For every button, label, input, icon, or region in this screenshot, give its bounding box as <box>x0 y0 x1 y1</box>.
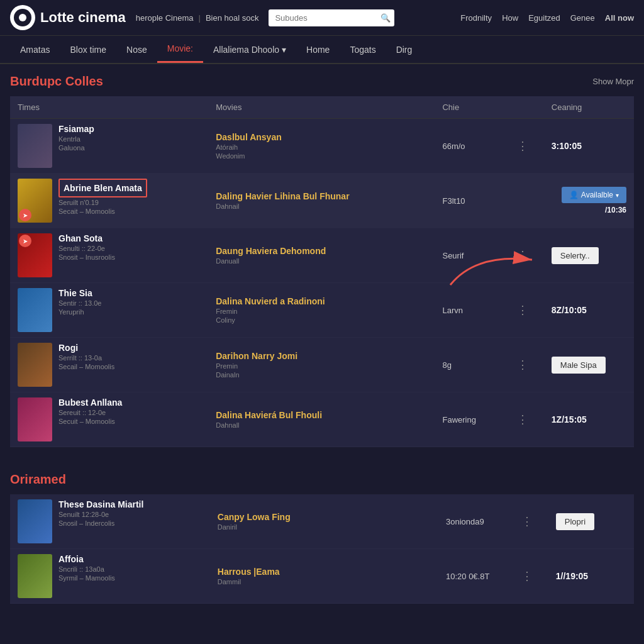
table-row: These Dasina Miartil Senuilt 12:28-0e Sn… <box>10 494 634 549</box>
col-header-dots <box>506 96 544 119</box>
dropdown-arrow-icon: ▾ <box>616 192 619 199</box>
movie-info: Abrine Blen Amata Seruilt n'0.19 Secait … <box>58 179 147 215</box>
section1-title: Burdupc Colles <box>10 74 103 89</box>
bien-hoal-link[interactable]: Bien hoal sock <box>206 13 259 23</box>
arrow-indicator: ➤ <box>19 209 31 221</box>
nav-item-movie[interactable]: Movie: <box>157 36 203 63</box>
section-burdupc: Burdupc Colles Show Mopr Times Movies Ch… <box>0 64 644 457</box>
times-cell: Thie Sia Sentir :: 13.0e Yeruprih <box>18 288 201 332</box>
times-cell: Rogi Serrilt :: 13-0a Secail – Momoolis <box>18 343 201 387</box>
male-sipa-button[interactable]: Male Sipa <box>552 357 606 374</box>
show-more-btn[interactable]: Show Mopr <box>592 77 634 86</box>
header-center: herople Cinema | Bien hoal sock <box>136 13 259 23</box>
header: Lotte cinema herople Cinema | Bien hoal … <box>0 0 644 36</box>
times-cell: Fsiamap Kentrla Galuona <box>18 124 201 168</box>
plopri-button[interactable]: Plopri <box>556 513 594 530</box>
main-content: Burdupc Colles Show Mopr Times Movies Ch… <box>0 64 644 614</box>
logo-icon-inner <box>14 9 31 26</box>
header-search: 🔍 <box>269 9 394 26</box>
movie-info: Rogi Serrilt :: 13-0a Secail – Momoolis <box>58 343 114 370</box>
search-button[interactable]: 🔍 <box>380 13 391 23</box>
section1-header: Burdupc Colles Show Mopr <box>10 74 634 89</box>
available-button[interactable]: 👤 Availalble ▾ <box>562 187 626 203</box>
row-dots-button[interactable]: ⋮ <box>513 411 532 428</box>
movie-info: Bubest Anllana Sereuit :: 12-0e Secuit –… <box>58 397 122 425</box>
movie-title-cell: Daung Haviera Dehomond Danuall <box>216 246 427 265</box>
all-now-link[interactable]: All now <box>605 13 634 23</box>
nav-item-dirg[interactable]: Dirg <box>386 37 423 62</box>
movie-thumbnail <box>18 499 52 543</box>
movie-title-cell: Daslbul Ansyan Atóraih Wedonim <box>216 132 427 160</box>
movie-info: Fsiamap Kentrla Galuona <box>58 124 94 152</box>
col-header-chie: Chie <box>435 96 506 119</box>
logo: Lotte cinema <box>10 5 126 30</box>
hero-link[interactable]: herople Cinema <box>136 13 194 23</box>
movie-thumbnail <box>18 124 52 168</box>
section2-title: Oriramed <box>10 472 634 487</box>
nav-item-blox[interactable]: Blox time <box>60 37 116 62</box>
logo-text: Lotte cinema <box>40 9 126 26</box>
movie-info: Affoia Sncrili :: 13a0a Syrmil – Mamooli… <box>58 554 115 582</box>
row-dots-button[interactable]: ⋮ <box>513 302 532 318</box>
movie-thumbnail <box>18 343 52 387</box>
highlighted-name: Abrine Blen Amata <box>58 179 147 197</box>
movie-thumbnail <box>18 288 52 332</box>
selerty-button[interactable]: Selerty.. <box>552 247 599 264</box>
logo-icon <box>10 5 35 30</box>
table-row: ➤ Abrine Blen Amata Seruilt n'0.19 Secai… <box>10 174 634 228</box>
nav-item-amatas[interactable]: Amatas <box>10 37 60 62</box>
table-row: Thie Sia Sentir :: 13.0e Yeruprih Dalina… <box>10 283 634 338</box>
available-icon: 👤 <box>569 191 579 199</box>
movie-info: These Dasina Miartil Senuilt 12:28-0e Sn… <box>58 499 143 527</box>
section-oriramed: Oriramed These Dasina Miartil Senuilt 12… <box>0 462 644 614</box>
movie-thumbnail <box>18 397 52 441</box>
movie-thumbnail: ➤ <box>18 179 52 223</box>
nav-eguitzed[interactable]: Eguitzed <box>528 13 560 23</box>
times-cell: ➤ Abrine Blen Amata Seruilt n'0.19 Secai… <box>18 179 201 223</box>
table-wrapper: Times Movies Chie Ceaning <box>10 96 634 447</box>
nav-item-allaliema[interactable]: Allaliema Dhoolo▾ <box>203 37 296 62</box>
movie-title-cell: Harrous |Eama Dammil <box>218 567 431 586</box>
available-cell: 👤 Availalble ▾ /10:36 <box>552 187 626 214</box>
nav-item-home[interactable]: Home <box>296 37 340 62</box>
times-cell: Affoia Sncrili :: 13a0a Syrmil – Mamooli… <box>18 554 203 598</box>
times-cell: These Dasina Miartil Senuilt 12:28-0e Sn… <box>18 499 203 543</box>
table-row: Fsiamap Kentrla Galuona Daslbul Ansyan A… <box>10 119 634 174</box>
movie-title-cell: Darihon Narry Jomi Premin Dainaln <box>216 351 427 379</box>
row-dots-button[interactable]: ⋮ <box>518 513 536 530</box>
arrow-indicator: ➤ <box>19 235 31 247</box>
main-nav: Amatas Blox time Nose Movie: Allaliema D… <box>0 36 644 64</box>
movie-title-cell: Canpy Lowa Fing Daniril <box>218 512 431 531</box>
movie-thumbnail: ➤ <box>18 233 52 277</box>
row-dots-button[interactable]: ⋮ <box>513 138 532 154</box>
table-row: Bubest Anllana Sereuit :: 12-0e Secuit –… <box>10 392 634 447</box>
table-row: Rogi Serrilt :: 13-0a Secail – Momoolis … <box>10 338 634 392</box>
header-right: Frodnilty How Eguitzed Genee All now <box>460 13 634 23</box>
table-row: ➤ Ghan Sota Senulti :: 22-0e Snosit – In… <box>10 228 634 283</box>
row-dots-button[interactable]: ⋮ <box>518 568 536 584</box>
nav-how[interactable]: How <box>502 13 518 23</box>
movie-table-2: These Dasina Miartil Senuilt 12:28-0e Sn… <box>10 494 634 604</box>
row-dots-button[interactable]: ⋮ <box>513 247 532 264</box>
times-cell: Bubest Anllana Sereuit :: 12-0e Secuit –… <box>18 397 201 441</box>
movie-info: Ghan Sota Senulti :: 22-0e Snosit – Inus… <box>58 233 115 261</box>
table-row: Affoia Sncrili :: 13a0a Syrmil – Mamooli… <box>10 549 634 604</box>
nav-item-nose[interactable]: Nose <box>116 37 157 62</box>
nav-genee[interactable]: Genee <box>570 13 595 23</box>
header-pipe: | <box>198 13 200 23</box>
movie-info: Thie Sia Sentir :: 13.0e Yeruprih <box>58 288 102 316</box>
col-header-times: Times <box>10 96 208 119</box>
movie-title-cell: Dalina Nuvierd a Radinoni Fremin Coliny <box>216 296 427 324</box>
nav-item-togats[interactable]: Togats <box>340 37 386 62</box>
times-cell: ➤ Ghan Sota Senulti :: 22-0e Snosit – In… <box>18 233 201 277</box>
movie-thumbnail <box>18 554 52 598</box>
movie-table: Times Movies Chie Ceaning <box>10 96 634 447</box>
col-header-ceaning: Ceaning <box>544 96 634 119</box>
nav-frodnilty[interactable]: Frodnilty <box>460 13 492 23</box>
col-header-movies: Movies <box>208 96 435 119</box>
movie-title-cell: Dalina Havierá Bul Fhouli Dahnall <box>216 410 427 429</box>
movie-title-cell: Daling Havier Lihina Bul Fhunar Dahnail <box>216 191 427 210</box>
search-input[interactable] <box>269 9 394 26</box>
row-dots-button[interactable]: ⋮ <box>513 357 532 373</box>
